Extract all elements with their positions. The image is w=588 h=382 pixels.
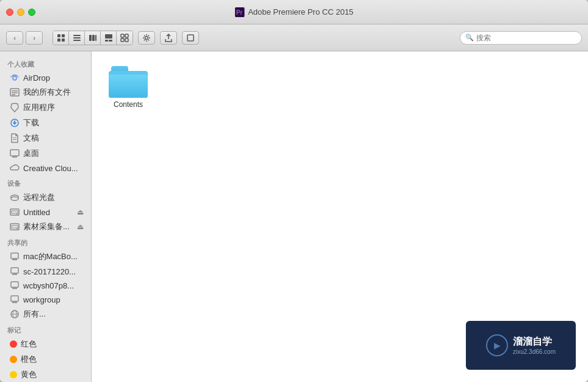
svg-rect-4 [57,39,60,42]
sidebar-item-yellow-label: 黄色 [21,369,37,380]
svg-rect-5 [62,39,65,42]
svg-rect-25 [12,94,15,95]
svg-rect-38 [11,268,18,273]
sidebar-item-downloads[interactable]: 下载 [2,116,89,130]
sidebar-item-sc2017[interactable]: sc-20171220... [2,265,89,278]
svg-rect-14 [109,40,112,42]
view-buttons [53,31,133,45]
svg-rect-24 [12,92,18,94]
watermark-url: zixu2.3d66.com [513,348,556,355]
cover-flow-button[interactable] [101,31,117,45]
sidebar-item-mac-macbo-label: mac的MacBo... [23,251,78,262]
finder-window: Pr Adobe Premiere Pro CC 2015 ‹ › [0,0,588,382]
group-button[interactable] [117,31,132,45]
red-dot [10,340,17,348]
remote-disk-icon [10,193,20,202]
sidebar-item-airdrop-label: AirDrop [23,73,50,83]
eject-button-materials[interactable]: ⏏ [77,222,84,231]
list-icon [73,34,81,42]
orange-dot [10,356,17,363]
sidebar-item-remote-disk[interactable]: 远程光盘 [2,190,89,205]
svg-rect-11 [95,35,96,41]
sidebar-item-airdrop[interactable]: AirDrop [2,71,89,84]
network-icon-mac [10,252,20,262]
cover-flow-icon [104,34,113,42]
window-title: Pr Adobe Premiere Pro CC 2015 [234,7,354,17]
network-icon-wcbysh [10,281,20,290]
svg-rect-2 [57,34,60,37]
applications-icon [10,103,20,112]
sidebar-item-workgroup[interactable]: workgroup [2,293,89,306]
svg-rect-18 [125,39,128,42]
sidebar-item-orange[interactable]: 橙色 [2,352,89,367]
sidebar-item-wcbysh[interactable]: wcbysh07p8... [2,279,89,292]
sidebar-item-all-shared-label: 所有... [23,309,46,320]
svg-rect-32 [12,211,18,213]
network-icon-sc [10,266,20,276]
search-box[interactable]: 🔍 [460,31,582,45]
share-icon [164,34,173,42]
allfiles-icon [10,87,20,97]
minimize-button[interactable] [17,9,24,16]
sidebar-item-untitled[interactable]: Untitled ⏏ [2,205,89,219]
sidebar-item-downloads-label: 下载 [23,117,39,128]
sidebar-item-all-shared[interactable]: 所有... [2,307,89,321]
svg-rect-10 [92,35,95,41]
desktop-icon [10,149,20,158]
sidebar-item-documents[interactable]: 文稿 [2,131,89,145]
sidebar-item-materials[interactable]: 素材采集备... ⏏ [2,219,89,234]
svg-point-21 [13,76,16,80]
eject-button-untitled[interactable]: ⏏ [77,208,84,216]
gear-button[interactable] [138,31,155,45]
search-input[interactable] [476,34,576,42]
close-button[interactable] [6,9,13,16]
svg-rect-7 [73,37,81,39]
disk-icon-untitled [10,207,20,217]
share-button[interactable] [160,31,177,45]
sidebar-item-applications[interactable]: 应用程序 [2,100,89,115]
watermark-title: 溜溜自学 [513,336,556,348]
maximize-button[interactable] [28,9,35,16]
file-area: Contents 溜溜自学 zixu2.3d66.com [92,51,588,382]
sidebar-item-creative-cloud-label: Creative Clou... [23,164,78,173]
sidebar-item-desktop[interactable]: 桌面 [2,146,89,161]
svg-rect-9 [89,35,92,41]
svg-rect-27 [13,138,16,138]
svg-point-36 [16,228,18,229]
sidebar-item-creative-cloud[interactable]: Creative Clou... [2,161,89,175]
arrange-icon [120,34,129,42]
icon-view-button[interactable] [53,31,69,45]
folder-icon [109,66,148,98]
sidebar-item-allfiles[interactable]: 我的所有文件 [2,85,89,100]
search-icon: 🔍 [465,34,474,42]
sidebar-item-documents-label: 文稿 [23,133,39,144]
svg-rect-35 [12,226,18,228]
list-view-button[interactable] [69,31,85,45]
sidebar-item-remote-disk-label: 远程光盘 [23,192,55,203]
svg-rect-39 [11,282,18,287]
sidebar-item-untitled-label: Untitled [23,208,50,217]
columns-icon [89,34,97,42]
main-area: 个人收藏 AirDrop [0,51,588,382]
sidebar-item-yellow[interactable]: 黄色 [2,367,89,382]
sidebar-item-wcbysh-label: wcbysh07p8... [23,281,74,290]
tag-button[interactable] [182,31,199,45]
network-icon-workgroup [10,295,20,304]
file-item-contents[interactable]: Contents [104,64,153,112]
watermark-text: 溜溜自学 zixu2.3d66.com [513,336,556,355]
forward-button[interactable]: › [26,31,43,45]
sidebar-item-red[interactable]: 红色 [2,337,89,351]
column-view-button[interactable] [85,31,101,45]
sidebar-item-materials-label: 素材采集备... [23,221,70,232]
sidebar-item-mac-macbo[interactable]: mac的MacBo... [2,249,89,264]
svg-rect-16 [125,34,128,37]
back-button[interactable]: ‹ [6,31,23,45]
downloads-icon [10,118,20,128]
svg-rect-28 [13,139,16,140]
svg-point-33 [16,213,18,215]
svg-rect-20 [187,35,194,41]
nav-buttons: ‹ › [6,31,43,45]
yellow-dot [10,371,17,378]
toolbar: ‹ › [0,24,588,51]
airdrop-icon [10,73,20,83]
